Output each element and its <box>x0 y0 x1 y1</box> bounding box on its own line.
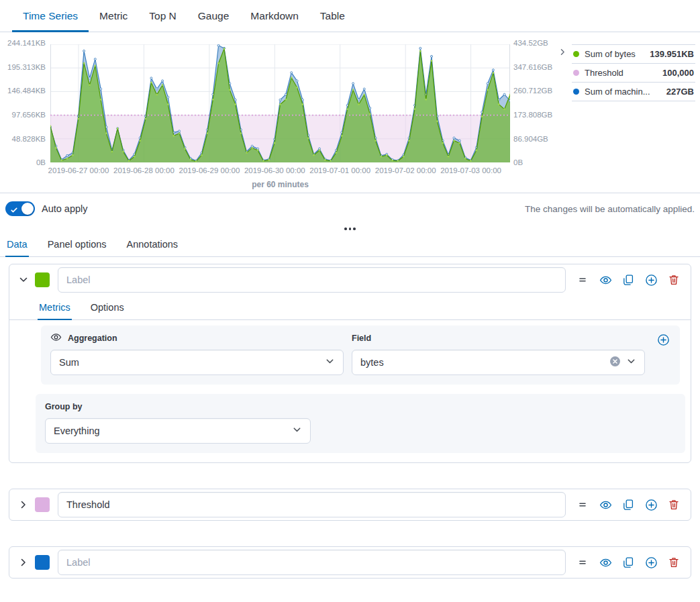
toggle-series-visibility-button[interactable] <box>598 555 613 570</box>
field-combobox[interactable]: bytes <box>352 350 645 375</box>
legend-value: 100,000 <box>662 68 694 78</box>
eye-icon <box>50 332 62 345</box>
field-value: bytes <box>360 357 384 368</box>
group-by-label: Group by <box>45 402 83 411</box>
x-axis-tick: 2019-07-03 00:00 <box>436 166 506 174</box>
chevron-down-icon <box>626 356 636 368</box>
chart-plot[interactable] <box>50 44 510 162</box>
clear-selection-icon[interactable] <box>609 356 621 369</box>
series-color-swatch[interactable] <box>35 272 50 287</box>
chevron-right-icon <box>558 48 567 58</box>
series-card-header <box>9 547 691 578</box>
view-tab-time-series[interactable]: Time Series <box>12 0 89 32</box>
auto-apply-hint: The changes will be automatically applie… <box>525 204 695 214</box>
auto-apply-toggle[interactable] <box>5 201 35 216</box>
chart-legend: Sum of bytes139.951KBThreshold100,000Sum… <box>572 44 695 101</box>
view-tabs: Time SeriesMetricTop NGaugeMarkdownTable <box>0 0 700 32</box>
add-metric-button[interactable] <box>656 332 670 347</box>
legend-value: 227GB <box>666 87 694 97</box>
toggle-series-visibility-button[interactable] <box>598 497 613 512</box>
legend-label: Threshold <box>585 68 657 78</box>
legend-item[interactable]: Threshold100,000 <box>572 63 695 82</box>
auto-apply-label: Auto apply <box>42 203 88 214</box>
chevron-down-icon <box>325 356 335 368</box>
view-tab-top-n[interactable]: Top N <box>138 0 187 32</box>
series-color-swatch[interactable] <box>35 555 50 570</box>
drag-handle-icon[interactable] <box>575 497 590 512</box>
series-card-header <box>9 489 691 520</box>
series-label-input[interactable] <box>58 492 566 517</box>
series-card-header <box>9 264 691 295</box>
expand-series-button[interactable] <box>15 497 32 512</box>
series-card: MetricsOptionsAggregationSumFieldbytesGr… <box>9 264 691 463</box>
legend-label: Sum of machin... <box>585 87 661 97</box>
editor-tab-annotations[interactable]: Annotations <box>126 234 180 257</box>
series-tab-options[interactable]: Options <box>89 297 126 320</box>
right-axis-tick: 347.616GB <box>513 64 552 72</box>
series-label-input[interactable] <box>58 550 566 575</box>
left-axis-tick: 48.828KB <box>11 136 46 144</box>
editor-tab-panel-options[interactable]: Panel options <box>46 234 108 257</box>
right-axis-tick: 434.52GB <box>513 40 548 48</box>
add-series-button[interactable] <box>644 272 658 287</box>
chart-panel: 244.141KB195.313KB146.484KB97.656KB48.82… <box>0 32 700 193</box>
clone-series-button[interactable] <box>621 497 636 512</box>
x-axis-tick: 2019-06-30 00:00 <box>240 166 309 174</box>
group-by-select[interactable]: Everything <box>45 418 311 444</box>
delete-series-button[interactable] <box>666 497 681 512</box>
left-axis-tick: 244.141KB <box>7 40 46 48</box>
aggregation-select[interactable]: Sum <box>50 350 344 375</box>
right-axis: 434.52GB347.616GB260.712GB173.808GB86.90… <box>513 40 560 167</box>
panel-resize-handle[interactable] <box>0 224 700 234</box>
add-series-button[interactable] <box>644 555 658 570</box>
view-tab-metric[interactable]: Metric <box>89 0 138 32</box>
drag-handle-icon[interactable] <box>575 272 590 287</box>
series-card <box>9 546 691 579</box>
clone-series-button[interactable] <box>621 555 636 570</box>
delete-series-button[interactable] <box>666 272 681 287</box>
aggregation-label: Aggregation <box>68 334 117 343</box>
series-tab-metrics[interactable]: Metrics <box>38 297 72 320</box>
view-tab-gauge[interactable]: Gauge <box>187 0 240 32</box>
legend-item[interactable]: Sum of machin...227GB <box>572 82 695 101</box>
delete-series-button[interactable] <box>666 555 681 570</box>
x-axis-labels: 2019-06-27 00:002019-06-28 00:002019-06-… <box>50 166 510 176</box>
toggle-knob <box>21 203 34 215</box>
check-icon <box>10 205 18 213</box>
field-label: Field <box>352 334 371 343</box>
right-axis-tick: 260.712GB <box>513 87 552 95</box>
view-tab-markdown[interactable]: Markdown <box>240 0 309 32</box>
right-axis-tick: 173.808GB <box>513 111 552 119</box>
drag-handle-icon[interactable] <box>575 555 590 570</box>
aggregation-value: Sum <box>59 357 79 368</box>
series-color-swatch[interactable] <box>35 497 50 512</box>
x-axis-tick: 2019-06-29 00:00 <box>174 166 244 174</box>
left-axis-tick: 146.484KB <box>7 87 46 95</box>
legend-color-dot <box>573 51 579 57</box>
metrics-section: AggregationSumFieldbytes <box>41 325 680 385</box>
group-by-section: Group byEverything <box>36 394 685 453</box>
series-label-input[interactable] <box>58 267 566 293</box>
toggle-series-visibility-button[interactable] <box>598 272 613 287</box>
right-axis-tick: 0B <box>513 159 523 167</box>
x-axis-caption: per 60 minutes <box>50 180 510 189</box>
editor-tabs: DataPanel optionsAnnotations <box>0 234 700 257</box>
add-series-button[interactable] <box>644 497 658 512</box>
series-card <box>9 489 691 521</box>
series-list: MetricsOptionsAggregationSumFieldbytesGr… <box>0 257 700 579</box>
x-axis-tick: 2019-07-02 00:00 <box>370 166 440 174</box>
legend-collapse-button[interactable] <box>556 47 568 59</box>
editor-tab-data[interactable]: Data <box>5 234 29 257</box>
legend-color-dot <box>573 89 579 95</box>
collapse-series-button[interactable] <box>15 272 32 287</box>
expand-series-button[interactable] <box>15 555 32 570</box>
group-by-value: Everything <box>54 425 100 436</box>
x-axis-tick: 2019-06-27 00:00 <box>44 166 113 174</box>
legend-item[interactable]: Sum of bytes139.951KB <box>572 44 695 63</box>
auto-apply-row: Auto apply The changes will be automatic… <box>0 193 700 224</box>
legend-value: 139.951KB <box>650 49 694 59</box>
x-axis-tick: 2019-07-01 00:00 <box>305 166 375 174</box>
left-axis: 244.141KB195.313KB146.484KB97.656KB48.82… <box>0 40 46 167</box>
view-tab-table[interactable]: Table <box>309 0 356 32</box>
clone-series-button[interactable] <box>621 272 636 287</box>
